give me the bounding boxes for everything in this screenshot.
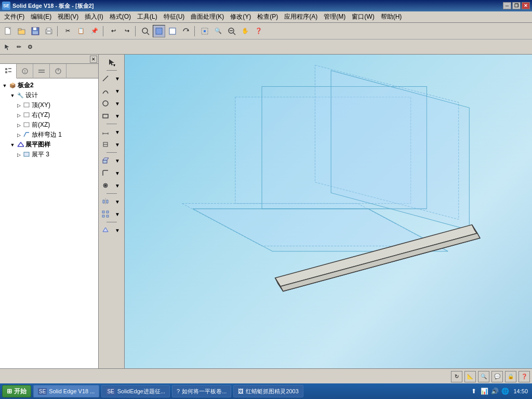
mirror-dropdown[interactable]: ▼ (112, 196, 123, 207)
zoom-out-button[interactable] (225, 25, 238, 37)
line-dropdown[interactable]: ▼ (112, 73, 123, 84)
line-tool-button[interactable] (100, 73, 111, 84)
circle-tool-button[interactable] (100, 98, 111, 109)
unfold-dropdown[interactable]: ▼ (112, 224, 123, 236)
constraint-dropdown[interactable]: ▼ (112, 139, 123, 150)
menu-view[interactable]: 视图(V) (55, 11, 82, 22)
tree-expand-top[interactable]: ▷ (16, 103, 21, 108)
tab-feature-tree[interactable] (0, 64, 17, 78)
taskbar-item-doc[interactable]: ? 如何将一平板卷... (172, 385, 231, 397)
rotate-button[interactable] (180, 25, 192, 37)
menu-tools[interactable]: 工具(L) (134, 11, 161, 22)
taskbar-item-capture[interactable]: 🖼 红蜻蜓抓图精灵2003 (233, 385, 303, 397)
redo-button[interactable]: ↪ (121, 25, 133, 37)
tree-item-unfold[interactable]: ▷ 展平 3 (2, 150, 96, 159)
tree-expand-right[interactable]: ▷ (16, 113, 21, 118)
menu-inspect[interactable]: 检查(P) (254, 11, 281, 22)
help-button[interactable]: ❓ (252, 25, 265, 37)
dim-dropdown[interactable]: ▼ (112, 126, 123, 138)
tree-item-root[interactable]: ▼ 📦 板金2 (2, 81, 96, 90)
arc-dropdown[interactable]: ▼ (112, 85, 123, 97)
undo-button[interactable]: ↩ (107, 25, 119, 37)
2d-view-button[interactable] (166, 25, 179, 37)
menu-edit[interactable]: 编辑(E) (28, 11, 55, 22)
rect-tool-button[interactable] (100, 110, 111, 122)
select-tool-button[interactable]: ▼ (106, 57, 117, 68)
restore-button[interactable]: ❐ (512, 2, 521, 9)
save-button[interactable] (29, 25, 42, 37)
tray-volume-icon[interactable]: 🔊 (490, 387, 499, 395)
taskbar-item-solidedge[interactable]: SE Solid Edge V18 ... (33, 385, 99, 397)
select-button[interactable] (2, 42, 12, 52)
tree-item-unfold-group[interactable]: ▼ 展平图样 (2, 140, 96, 150)
hole-tool-button[interactable] (100, 180, 111, 191)
tree-expand-unfold[interactable]: ▷ (16, 152, 21, 157)
circle-dropdown[interactable]: ▼ (112, 98, 123, 109)
tray-network-icon[interactable]: 🌐 (501, 387, 509, 395)
tray-icon-1[interactable]: ⬆ (470, 387, 478, 395)
menu-window[interactable]: 窗口(W) (349, 11, 377, 22)
menu-apps[interactable]: 应用程序(A) (281, 11, 321, 22)
constraint-tool-button[interactable] (100, 139, 111, 150)
tree-expand-bend[interactable]: ▷ (16, 132, 21, 138)
tree-expand-design[interactable]: ▼ (10, 93, 15, 98)
status-lock-icon[interactable]: 🔒 (505, 371, 516, 382)
bend-dropdown[interactable]: ▼ (112, 167, 123, 179)
tab-sensors[interactable] (50, 64, 66, 78)
unfold-tool-button[interactable] (100, 224, 111, 236)
menu-features[interactable]: 特征(U) (161, 11, 188, 22)
tree-expand-root[interactable]: ▼ (2, 83, 7, 88)
tab-layers[interactable] (33, 64, 50, 78)
menu-manage[interactable]: 管理(M) (321, 11, 349, 22)
cut-button[interactable]: ✂ (61, 25, 74, 37)
pattern-tool-button[interactable] (100, 208, 111, 220)
extrude-dropdown[interactable]: ▼ (112, 155, 123, 166)
zoom-area-button[interactable] (139, 25, 152, 37)
taskbar-item-solidedge2[interactable]: SE SolidEdge进题征... (101, 385, 170, 397)
3d-viewport[interactable] (125, 55, 532, 368)
status-rotate-icon[interactable]: ↻ (451, 371, 462, 382)
feature2-button[interactable]: ⚙ (25, 42, 35, 52)
menu-format[interactable]: 格式(O) (107, 11, 134, 22)
tab-properties[interactable] (17, 64, 33, 78)
tree-expand-front[interactable]: ▷ (16, 123, 21, 128)
arc-tool-button[interactable] (100, 85, 111, 97)
open-button[interactable] (16, 25, 28, 37)
status-help-icon[interactable]: ❓ (518, 371, 530, 382)
minimize-button[interactable]: ─ (503, 2, 511, 9)
pattern-dropdown[interactable]: ▼ (112, 208, 123, 220)
tree-item-right[interactable]: ▷ 右(YZ) (2, 110, 96, 120)
menu-file[interactable]: 文件(F) (1, 11, 28, 22)
close-button[interactable]: ✕ (522, 2, 530, 9)
menu-insert[interactable]: 插入(I) (82, 11, 106, 22)
tray-icon-2[interactable]: 📊 (480, 387, 488, 395)
extrude-tool-button[interactable] (100, 155, 111, 166)
print-button[interactable] (43, 25, 55, 37)
close-panel-button[interactable]: ✕ (90, 56, 97, 63)
tree-item-front[interactable]: ▷ 前(XZ) (2, 120, 96, 130)
status-chat-icon[interactable]: 💬 (491, 371, 503, 382)
pan-button[interactable]: ✋ (239, 25, 251, 37)
dimension-tool-button[interactable] (100, 126, 111, 138)
mirror-tool-button[interactable] (100, 196, 111, 207)
zoom-in-button[interactable]: 🔍 (212, 25, 224, 37)
hole-dropdown[interactable]: ▼ (112, 180, 123, 191)
copy-button[interactable]: 📋 (75, 25, 87, 37)
menu-help[interactable]: 帮助(H) (378, 11, 405, 22)
status-zoom-icon[interactable]: 🔍 (478, 371, 489, 382)
status-view-icon[interactable]: 📐 (464, 371, 476, 382)
rect-dropdown[interactable]: ▼ (112, 110, 123, 122)
fit-button[interactable] (198, 25, 211, 37)
start-button[interactable]: ⊞ 开始 (2, 385, 31, 397)
tree-item-top[interactable]: ▷ 顶(XY) (2, 100, 96, 110)
3d-view-button[interactable] (153, 25, 165, 37)
paste-button[interactable]: 📌 (88, 25, 101, 37)
tree-item-design[interactable]: ▼ 🔧 设计 (2, 90, 96, 100)
bend-tool-button[interactable] (100, 167, 111, 179)
tree-expand-unfold-group[interactable]: ▼ (10, 142, 15, 148)
menu-surface[interactable]: 曲面处理(K) (188, 11, 227, 22)
menu-modify[interactable]: 修改(Y) (227, 11, 254, 22)
new-button[interactable] (2, 25, 15, 37)
sketch-button[interactable]: ✏ (14, 42, 24, 52)
tree-item-bend[interactable]: ▷ 放样弯边 1 (2, 130, 96, 140)
